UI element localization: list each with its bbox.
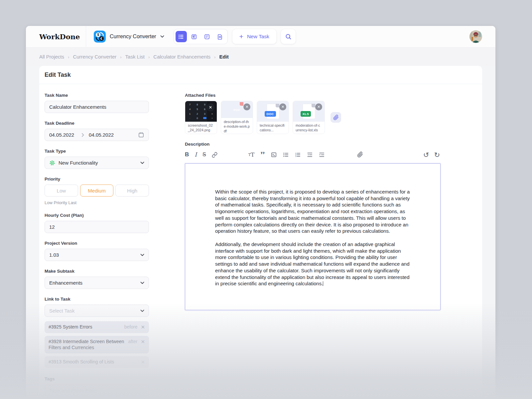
outdent-icon[interactable] — [307, 152, 313, 158]
breadcrumb-task-list[interactable]: Task List — [125, 54, 145, 60]
board-view-icon — [204, 34, 210, 40]
chevron-down-icon — [140, 162, 144, 164]
remove-file-icon[interactable]: ✕ — [279, 103, 286, 110]
make-subtask-label: Make Subtask — [45, 269, 149, 274]
deadline-end-date[interactable]: 04.05.2022 — [89, 132, 114, 138]
calendar-icon[interactable] — [138, 132, 144, 138]
chevron-down-icon — [160, 35, 164, 38]
linked-task-chip[interactable]: #3928 Intermediate Screen Between Filter… — [45, 336, 149, 354]
linked-task-title: #3913 Smooth Scrolling of Lists — [49, 359, 141, 365]
chevron-down-icon — [140, 282, 144, 284]
docs-view-button[interactable] — [214, 31, 226, 42]
task-deadline-label: Task Deadline — [45, 121, 149, 126]
priority-medium-button[interactable]: Medium — [80, 185, 114, 197]
linked-tasks-list: #3925 System Errors before ✕ #3928 Inter… — [45, 321, 149, 368]
view-switcher — [174, 29, 228, 44]
breadcrumb: All Projects › Currency Converter › Task… — [26, 47, 495, 66]
add-attachment-button[interactable] — [331, 112, 341, 123]
task-type-label: Task Type — [45, 149, 149, 154]
attached-file-image[interactable]: 789+ 456- 123× ·0÷ — [185, 101, 217, 134]
tags-label: Tags — [45, 376, 149, 381]
editor-toolbar: B I S TT ” — [185, 150, 441, 159]
project-version-select[interactable]: 1.03 — [45, 249, 149, 261]
hourly-cost-input[interactable] — [45, 221, 149, 233]
chevron-right-icon — [81, 133, 84, 137]
linked-task-title: #3925 System Errors — [49, 324, 124, 330]
user-avatar[interactable] — [469, 30, 482, 43]
priority-high-button[interactable]: High — [115, 185, 149, 197]
kanban-view-icon — [191, 34, 197, 40]
project-name: Currency Converter — [110, 34, 156, 40]
breadcrumb-project[interactable]: Currency Converter — [73, 54, 116, 60]
hourly-cost-label: Hourly Cost (Plan) — [45, 213, 149, 218]
task-form-right-column: Attached Files 789+ 456- — [185, 93, 441, 399]
linked-task-chip[interactable]: #3913 Smooth Scrolling of Lists ✕ — [45, 356, 149, 368]
link-to-task-select[interactable]: Select Task — [45, 305, 149, 317]
remove-linked-task-icon[interactable]: ✕ — [141, 359, 145, 365]
description-editor[interactable]: Within the scope of this project, it is … — [185, 163, 441, 310]
description-paragraph: Additionally, the development should inc… — [215, 241, 410, 287]
indent-icon[interactable] — [319, 152, 325, 158]
attached-file-pdf[interactable]: PDF description-of-the-module-work.pdf ✕ — [221, 101, 253, 134]
edit-task-card: Edit Task Task Name Task Deadline 04.05.… — [39, 66, 482, 399]
remove-linked-task-icon[interactable]: ✕ — [141, 338, 145, 345]
pdf-file-icon: PDF — [231, 102, 243, 117]
deadline-start-date[interactable]: 04.05.2022 — [49, 132, 74, 138]
linked-task-relation: before — [124, 324, 138, 330]
breadcrumb-task[interactable]: Calculator Enhancements — [153, 54, 210, 60]
breadcrumb-separator: › — [214, 55, 215, 60]
bold-icon[interactable]: B — [185, 151, 189, 158]
project-switcher[interactable]: $ € Currency Converter — [94, 31, 164, 43]
priority-low-button[interactable]: Low — [45, 185, 78, 197]
undo-icon[interactable]: ↺ — [423, 151, 429, 158]
redo-icon[interactable]: ↻ — [434, 151, 440, 158]
linked-task-chip[interactable]: #3925 System Errors before ✕ — [45, 321, 149, 333]
description-paragraph: Within the scope of this project, it is … — [215, 189, 410, 234]
list-view-button[interactable] — [176, 31, 187, 42]
link-icon[interactable] — [212, 152, 217, 158]
remove-file-icon[interactable]: ✕ — [243, 103, 250, 110]
attached-file-doc[interactable]: DOC technical-specifications... ✕ — [257, 101, 289, 134]
bulleted-list-icon[interactable] — [283, 152, 289, 158]
task-name-input[interactable] — [45, 101, 149, 113]
remove-file-icon[interactable]: ✕ — [315, 103, 322, 110]
new-task-button[interactable]: + New Task — [232, 29, 276, 44]
text-cursor — [323, 281, 323, 286]
task-name-label: Task Name — [45, 93, 149, 98]
attached-file-xls[interactable]: XLS moderation-of-currency-list.xls ✕ — [293, 101, 325, 134]
gear-icon — [49, 160, 55, 166]
currency-converter-app-icon: $ € — [94, 31, 106, 43]
project-version-label: Project Version — [45, 241, 149, 246]
file-name: screenshoot_02_24_2024.png — [185, 122, 217, 134]
italic-icon[interactable]: I — [195, 151, 197, 158]
attach-file-icon[interactable] — [357, 152, 363, 158]
quote-icon[interactable]: ” — [260, 152, 265, 157]
code-block-icon[interactable] — [271, 152, 277, 158]
user-avatar-photo — [469, 30, 482, 43]
remove-linked-task-icon[interactable]: ✕ — [141, 324, 145, 331]
breadcrumb-all-projects[interactable]: All Projects — [39, 54, 64, 60]
text-style-icon[interactable]: TT — [248, 151, 255, 158]
tags-input[interactable] — [45, 384, 149, 397]
priority-hint: Low Priority Last — [45, 200, 149, 205]
doc-file-icon: DOC — [267, 104, 279, 119]
priority-button-group: Low Medium High — [45, 185, 149, 197]
task-type-select[interactable]: New Functionality — [45, 157, 149, 169]
make-subtask-select[interactable]: Enhancements — [45, 277, 149, 289]
board-view-button[interactable] — [201, 31, 213, 42]
calculator-blue-key — [203, 117, 206, 119]
search-button[interactable] — [281, 29, 296, 44]
kanban-view-button[interactable] — [189, 31, 200, 42]
file-name: moderation-of-currency-list.xls — [293, 122, 325, 134]
header-divider — [86, 26, 86, 47]
strikethrough-icon[interactable]: S — [202, 152, 206, 158]
app-logo: WorkDone — [39, 33, 86, 41]
make-subtask-value: Enhancements — [49, 280, 82, 286]
page-title: Edit Task — [39, 66, 482, 84]
remove-file-icon[interactable]: ✕ — [206, 103, 214, 111]
chevron-down-icon — [140, 310, 144, 312]
attached-files-label: Attached Files — [185, 93, 441, 98]
numbered-list-icon[interactable]: 1 2 3 — [295, 152, 301, 158]
task-deadline-input[interactable]: 04.05.2022 04.05.2022 — [45, 129, 149, 141]
list-view-icon — [178, 34, 184, 40]
